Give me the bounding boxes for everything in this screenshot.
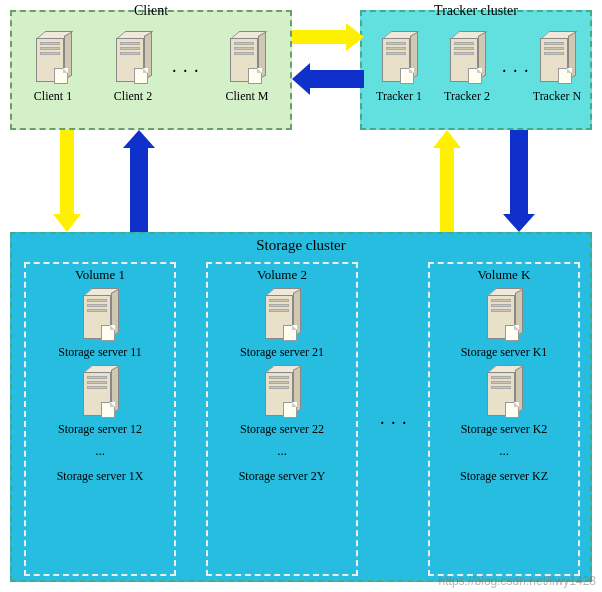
storage-server-2y: Storage server 2Y	[208, 465, 356, 484]
client-cluster: Client Client 1 Client 2 . . . Client M	[10, 10, 292, 130]
volume-2-title: Volume 2	[208, 264, 356, 283]
client-node-2: Client 2	[98, 32, 168, 104]
ellipsis: . . .	[172, 56, 200, 77]
server-icon	[79, 289, 121, 344]
server-icon	[378, 32, 420, 87]
client-node-1: Client 1	[18, 32, 88, 104]
ellipsis: ...	[430, 437, 578, 465]
volume-2: Volume 2 Storage server 21 Storage serve…	[206, 262, 358, 576]
server-icon	[261, 289, 303, 344]
server-icon	[226, 32, 268, 87]
storage-server-11: Storage server 11	[40, 289, 160, 360]
server-label: Storage server 11	[40, 345, 160, 360]
server-icon	[483, 289, 525, 344]
server-icon	[536, 32, 578, 87]
storage-server-12: Storage server 12	[40, 366, 160, 437]
client-label-m: Client M	[212, 89, 282, 104]
watermark: https://blog.csdn.net/llwy1428	[439, 574, 596, 588]
server-icon	[483, 366, 525, 421]
server-icon	[32, 32, 74, 87]
storage-cluster: Storage cluster Volume 1 Storage server …	[10, 232, 592, 582]
storage-server-k1: Storage server K1	[444, 289, 564, 360]
volume-k: Volume K Storage server K1 Storage serve…	[428, 262, 580, 576]
storage-cluster-title: Storage cluster	[252, 237, 350, 254]
tracker-node-2: Tracker 2	[432, 32, 502, 104]
volume-1-title: Volume 1	[26, 264, 174, 283]
volume-k-title: Volume K	[430, 264, 578, 283]
server-icon	[112, 32, 154, 87]
server-label: Storage server K1	[444, 345, 564, 360]
server-icon	[261, 366, 303, 421]
ellipsis: . . .	[380, 408, 408, 429]
tracker-label-n: Tracker N	[522, 89, 592, 104]
server-label: Storage server 21	[222, 345, 342, 360]
tracker-node-1: Tracker 1	[364, 32, 434, 104]
tracker-cluster-title: Tracker cluster	[430, 3, 522, 19]
storage-server-1x: Storage server 1X	[26, 465, 174, 484]
server-label: Storage server 12	[40, 422, 160, 437]
client-node-m: Client M	[212, 32, 282, 104]
ellipsis: ...	[208, 437, 356, 465]
tracker-label-2: Tracker 2	[432, 89, 502, 104]
client-cluster-title: Client	[130, 3, 172, 19]
storage-server-kz: Storage server KZ	[430, 465, 578, 484]
storage-server-22: Storage server 22	[222, 366, 342, 437]
client-label-2: Client 2	[98, 89, 168, 104]
server-icon	[79, 366, 121, 421]
client-label-1: Client 1	[18, 89, 88, 104]
storage-server-21: Storage server 21	[222, 289, 342, 360]
ellipsis: ...	[26, 437, 174, 465]
tracker-cluster: Tracker cluster Tracker 1 Tracker 2 . . …	[360, 10, 592, 130]
server-icon	[446, 32, 488, 87]
server-label: Storage server K2	[444, 422, 564, 437]
storage-server-k2: Storage server K2	[444, 366, 564, 437]
tracker-label-1: Tracker 1	[364, 89, 434, 104]
volume-1: Volume 1 Storage server 11 Storage serve…	[24, 262, 176, 576]
tracker-node-n: Tracker N	[522, 32, 592, 104]
server-label: Storage server 22	[222, 422, 342, 437]
